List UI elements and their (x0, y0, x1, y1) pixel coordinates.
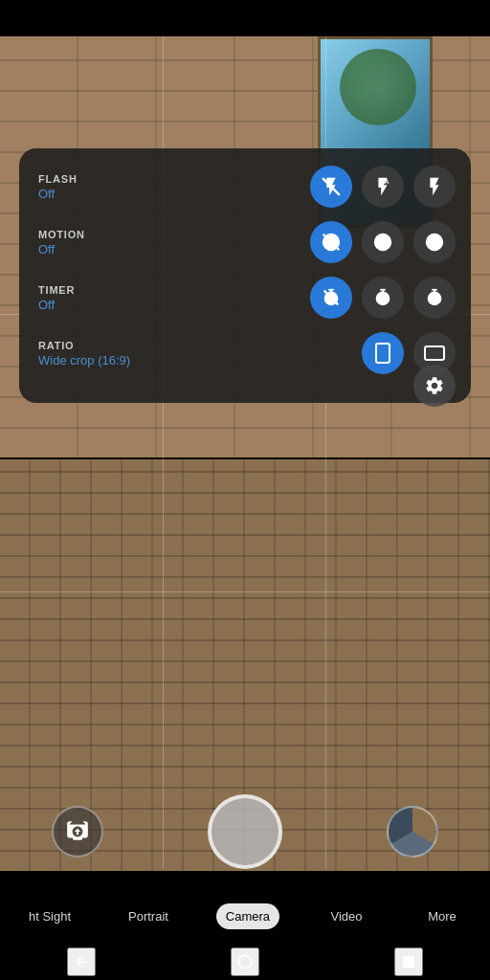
timer-off-button[interactable] (310, 277, 352, 319)
motion-row: MOTION Off A (38, 221, 456, 263)
svg-text:A: A (380, 239, 386, 248)
flash-row: FLASH Off A (38, 166, 456, 208)
tab-more-label: More (428, 909, 457, 924)
tab-portrait-label: Portrait (128, 909, 168, 924)
tab-video-label: Video (331, 909, 363, 924)
status-bar (0, 0, 490, 36)
ratio-landscape-icon (424, 345, 445, 361)
gallery-thumbnail-button[interactable] (387, 806, 438, 858)
svg-point-9 (432, 239, 437, 245)
motion-value: Off (38, 242, 172, 256)
ratio-row: RATIO Wide crop (16:9) (38, 332, 456, 374)
timer-options: 3 10 (310, 277, 456, 319)
motion-off-button[interactable] (310, 221, 352, 263)
ratio-value: Wide crop (16:9) (38, 353, 172, 368)
nav-recent-icon (401, 954, 416, 969)
nav-back-button[interactable] (67, 947, 96, 976)
nav-recent-button[interactable] (394, 947, 423, 976)
ratio-portrait-icon (375, 343, 390, 364)
tab-camera-label: Camera (226, 909, 270, 924)
tab-camera[interactable]: Camera (216, 903, 279, 929)
svg-rect-14 (403, 956, 414, 968)
flash-label-group: FLASH Off (38, 173, 172, 201)
flash-on-button[interactable] (413, 166, 456, 208)
tab-night-sight-label: ht Sight (29, 909, 71, 924)
android-nav-bar (0, 944, 490, 980)
mode-tabs-bar: ht Sight Portrait Camera Video More (0, 888, 490, 944)
gear-icon (424, 375, 445, 396)
svg-text:3: 3 (380, 295, 384, 303)
flash-value: Off (38, 187, 172, 201)
flip-camera-icon (65, 819, 90, 844)
timer-label: TIMER (38, 284, 172, 296)
motion-options: A (310, 221, 456, 263)
flip-camera-button[interactable] (52, 806, 103, 858)
ratio-label: RATIO (38, 340, 172, 351)
motion-label: MOTION (38, 229, 172, 240)
svg-text:A: A (385, 178, 390, 185)
flash-label: FLASH (38, 173, 172, 185)
settings-gear-button[interactable] (413, 365, 456, 407)
timer-3-button[interactable]: 3 (362, 277, 404, 319)
camera-background-tree (340, 49, 416, 125)
svg-point-5 (329, 241, 334, 246)
motion-label-group: MOTION Off (38, 229, 172, 256)
ratio-portrait-button[interactable] (362, 332, 404, 374)
flash-off-button[interactable] (310, 166, 352, 208)
motion-on-button[interactable] (413, 221, 456, 263)
ratio-label-group: RATIO Wide crop (16:9) (38, 340, 172, 368)
flash-auto-button[interactable]: A (362, 166, 404, 208)
timer-label-group: TIMER Off (38, 284, 172, 312)
nav-home-button[interactable] (231, 947, 259, 976)
motion-auto-button[interactable]: A (362, 221, 404, 263)
svg-text:10: 10 (430, 296, 437, 302)
tab-video[interactable]: Video (318, 903, 375, 929)
nav-back-icon (73, 953, 90, 970)
shutter-button[interactable] (208, 794, 282, 869)
nav-home-icon (236, 953, 254, 970)
tab-more[interactable]: More (413, 903, 471, 929)
timer-value: Off (38, 298, 172, 312)
tab-portrait[interactable]: Portrait (119, 903, 178, 929)
settings-panel: FLASH Off A (19, 148, 471, 403)
timer-row: TIMER Off 3 (38, 277, 456, 319)
svg-point-13 (238, 955, 252, 969)
camera-controls-bar (0, 784, 490, 880)
timer-10-button[interactable]: 10 (413, 277, 456, 319)
flash-options: A (310, 166, 456, 208)
tab-night-sight[interactable]: ht Sight (19, 903, 80, 929)
